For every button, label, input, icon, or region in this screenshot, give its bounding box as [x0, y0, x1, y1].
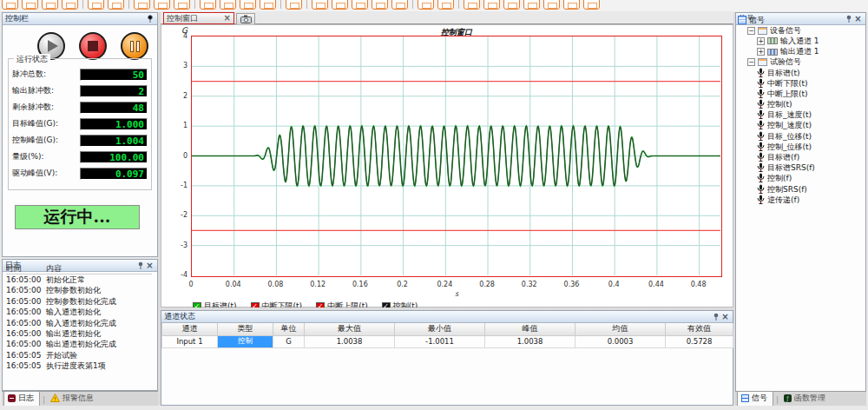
tree-item-中断下限(t)[interactable]: 中断下限(t)	[738, 78, 864, 89]
toolbar-icon[interactable]	[523, 0, 540, 10]
log-table-header: 时间 内容	[6, 263, 152, 274]
toolbar-icon[interactable]	[418, 0, 434, 10]
log-row[interactable]: 16:05:00输入通道初始化	[6, 307, 152, 317]
log-row[interactable]: 16:05:05执行进度表第1项	[6, 360, 152, 371]
channel-col-header[interactable]: 峰值	[485, 323, 575, 335]
function-icon: ƒ	[784, 394, 792, 402]
signal-mic-icon	[757, 68, 765, 79]
toolbar-icon[interactable]	[286, 0, 302, 10]
log-row[interactable]: 16:05:00输出通道初始化完成	[6, 339, 152, 349]
log-row[interactable]: 16:05:00初始化正常	[6, 274, 152, 285]
channel-col-header[interactable]: 均值	[575, 323, 666, 335]
log-row[interactable]: 16:05:00输出通道初始化	[6, 328, 152, 339]
channel-row[interactable]: Input 1控制G1.0038-1.00111.00380.00030.572…	[162, 335, 733, 347]
log-row[interactable]: 16:05:00控制参数初始化	[6, 285, 152, 295]
toolbar-icon[interactable]	[503, 0, 520, 10]
tab-日志[interactable]: 日志	[3, 391, 40, 406]
log-row[interactable]: 16:05:00输入通道初始化完成	[6, 318, 152, 328]
tree-item-输出通道 1[interactable]: +输出通道 1	[738, 47, 864, 57]
tree-item-label: 中断上限(t)	[767, 89, 808, 100]
tab-信号[interactable]: 信号	[737, 391, 773, 406]
toolbar-icon[interactable]	[437, 0, 454, 10]
collapse-icon[interactable]: −	[747, 27, 755, 35]
channel-cell: 0.5728	[666, 335, 733, 347]
tree-item-目标_速度(t)[interactable]: 目标_速度(t)	[738, 110, 864, 121]
toolbar-icon[interactable]	[260, 0, 276, 10]
tree-item-中断上限(t)[interactable]: 中断上限(t)	[738, 89, 864, 99]
tree-item-目标_位移(t)[interactable]: 目标_位移(t)	[738, 131, 864, 142]
pause-button[interactable]	[121, 32, 148, 60]
tree-item-控制_位移(t)[interactable]: 控制_位移(t)	[738, 142, 864, 152]
tree-item-控制(f)[interactable]: 控制(f)	[738, 174, 864, 184]
tree-item-目标谱SRS(f)[interactable]: 目标谱SRS(f)	[738, 163, 864, 174]
toolbar-icon[interactable]	[372, 0, 388, 10]
toolbar-icon[interactable]	[464, 0, 480, 10]
channel-cell: 0.0003	[575, 335, 666, 347]
application-window: 控制栏 运行状态 脉冲总数:50输出脉冲数:2剩余脉冲数:48目标峰值(G):1…	[0, 0, 868, 410]
tab-control-window[interactable]: 控制窗口 ×	[163, 12, 234, 24]
channel-col-header[interactable]: 类型	[218, 323, 273, 335]
toolbar-icon[interactable]	[62, 0, 78, 10]
toolbar-icon[interactable]	[240, 0, 256, 10]
toolbar-icon[interactable]	[22, 0, 38, 10]
tree-item-label: 控制_速度(t)	[767, 120, 812, 131]
channel-col-header[interactable]: 最小值	[395, 323, 485, 335]
toolbar-icon[interactable]	[174, 0, 190, 10]
warning-icon: !	[50, 393, 60, 404]
x-tick-label: 0.12	[310, 281, 326, 288]
toolbar-icon[interactable]	[332, 0, 348, 10]
tree-item-控制(t)[interactable]: 控制(t)	[738, 100, 864, 110]
tree-item-控制SRS(f)[interactable]: 控制SRS(f)	[738, 184, 864, 195]
tree-item-输入通道 1[interactable]: +输入通道 1	[738, 36, 864, 46]
toolbar-icon[interactable]	[88, 0, 104, 10]
toolbar-icon[interactable]	[483, 0, 500, 10]
pin-icon[interactable]	[145, 14, 155, 23]
channel-col-header[interactable]: 最大值	[305, 323, 395, 335]
toolbar-icon[interactable]	[312, 0, 328, 10]
log-row[interactable]: 16:05:05开始试验	[6, 350, 152, 360]
toolbar-icon[interactable]	[154, 0, 170, 10]
toolbar-icon[interactable]	[583, 0, 600, 10]
toolbar-icon[interactable]	[352, 0, 368, 10]
toolbar-icon[interactable]	[134, 0, 150, 10]
toolbar-separator	[412, 0, 413, 9]
toolbar-icon[interactable]	[220, 0, 236, 10]
close-icon[interactable]: ×	[720, 312, 730, 321]
status-field-value: 100.00	[80, 151, 148, 163]
signal-group-icon	[758, 27, 767, 35]
tree-item-控制_速度(t)[interactable]: 控制_速度(t)	[738, 121, 864, 131]
log-row[interactable]: 16:05:00控制参数初始化完成	[6, 296, 152, 307]
x-tick-label: 0.16	[352, 281, 368, 288]
tree-item-信号[interactable]: 信号	[738, 15, 864, 25]
close-icon[interactable]: ×	[224, 14, 231, 23]
toolbar-icon[interactable]	[391, 0, 408, 10]
tree-item-逆传递(f)[interactable]: 逆传递(f)	[738, 195, 864, 205]
screenshot-tab[interactable]	[236, 13, 255, 24]
toolbar-icon[interactable]	[543, 0, 560, 10]
channel-col-header[interactable]: 单位	[273, 323, 305, 335]
signal-mic-icon	[757, 173, 765, 184]
x-tick-label: 0.08	[268, 281, 284, 288]
tree-item-label: 试验信号	[770, 56, 801, 68]
tab-报警信息[interactable]: !报警信息	[47, 392, 99, 406]
collapse-icon[interactable]: −	[747, 58, 755, 66]
tab-函数管理[interactable]: ƒ函数管理	[780, 392, 831, 406]
tree-item-目标谱(f)[interactable]: 目标谱(f)	[738, 152, 864, 162]
left-bottom-tabstrip: 日志|!报警信息	[2, 391, 158, 406]
toolbar-icon[interactable]	[563, 0, 580, 10]
toolbar-icon[interactable]	[200, 0, 216, 10]
log-time: 16:05:00	[6, 339, 46, 349]
channel-col-header[interactable]: 有效值	[666, 323, 733, 335]
pin-icon[interactable]	[711, 312, 720, 321]
log-col-time: 时间	[6, 263, 46, 274]
expand-icon[interactable]: +	[757, 37, 765, 45]
channel-col-header[interactable]: 通道	[162, 323, 218, 335]
expand-icon[interactable]: +	[757, 48, 765, 56]
tree-item-目标谱(t)[interactable]: 目标谱(t)	[738, 68, 864, 78]
toolbar-icon[interactable]	[2, 0, 18, 10]
tree-item-试验信号[interactable]: −试验信号	[738, 57, 864, 68]
tree-item-设备信号[interactable]: −设备信号	[738, 25, 864, 36]
toolbar-icon[interactable]	[108, 0, 124, 10]
toolbar-icon[interactable]	[42, 0, 58, 10]
stop-button[interactable]	[79, 32, 107, 60]
